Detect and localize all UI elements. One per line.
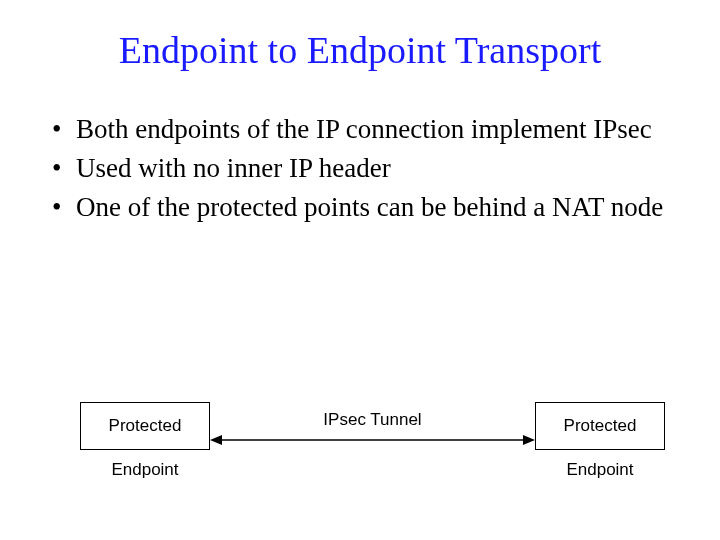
- right-endpoint-caption: Endpoint: [535, 460, 665, 480]
- slide: Endpoint to Endpoint Transport Both endp…: [0, 0, 720, 540]
- slide-title: Endpoint to Endpoint Transport: [40, 28, 680, 72]
- right-box-label: Protected: [564, 416, 637, 436]
- right-protected-box: Protected: [535, 402, 665, 450]
- svg-marker-1: [210, 435, 222, 445]
- left-endpoint-caption: Endpoint: [80, 460, 210, 480]
- bullet-item: Both endpoints of the IP connection impl…: [48, 112, 680, 147]
- svg-marker-2: [523, 435, 535, 445]
- bullet-item: Used with no inner IP header: [48, 151, 680, 186]
- left-box-label: Protected: [109, 416, 182, 436]
- tunnel-label: IPsec Tunnel: [210, 410, 535, 430]
- double-arrow-icon: [210, 430, 535, 450]
- bullet-list: Both endpoints of the IP connection impl…: [40, 112, 680, 225]
- left-protected-box: Protected: [80, 402, 210, 450]
- bullet-item: One of the protected points can be behin…: [48, 190, 680, 225]
- diagram: Protected Protected IPsec Tunnel Endpoin…: [0, 402, 720, 482]
